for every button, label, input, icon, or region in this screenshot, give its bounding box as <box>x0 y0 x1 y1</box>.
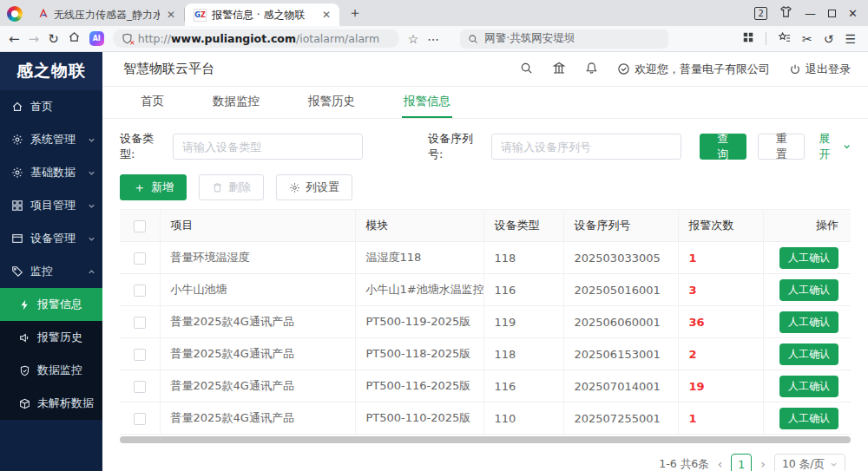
toolbar-search-box[interactable]: 网警·共筑网安堤坝 <box>460 29 668 49</box>
row-checkbox[interactable] <box>134 252 146 265</box>
table-row: 普量2025款4G通讯产品 PT500-119-2025版 119 202506… <box>120 306 851 338</box>
new-tab-button[interactable]: ＋ <box>339 4 371 26</box>
row-checkbox[interactable] <box>134 381 146 393</box>
table-row: 普量2025款4G通讯产品 PT500-116-2025版 116 202507… <box>120 370 851 402</box>
sidebar-item-alarm-history[interactable]: 报警历史 <box>0 321 102 354</box>
header-actions: 欢迎您，普量电子有限公司 退出登录 <box>520 61 851 77</box>
speaker-icon <box>19 332 30 343</box>
search-button[interactable]: 查询 <box>700 134 746 160</box>
theme-shirt-icon[interactable] <box>779 5 792 21</box>
page-size-select[interactable]: 10 条/页 <box>774 454 845 471</box>
sidebar-item-monitor[interactable]: 监控 <box>0 255 102 288</box>
cell-serial: 202507014001 <box>563 370 678 402</box>
sidebar-item-alarm-info[interactable]: 报警信息 <box>0 288 102 321</box>
ai-assistant-icon[interactable]: AI <box>89 31 104 46</box>
tab-data-monitor[interactable]: 数据监控 <box>211 87 261 118</box>
site-security-shield-icon[interactable]: ✕ <box>122 33 133 44</box>
manual-confirm-button[interactable]: 人工确认 <box>779 279 838 301</box>
browser-logo-icon[interactable] <box>7 6 23 22</box>
minimize-button[interactable]: — <box>805 7 816 20</box>
screenshot-scissors-icon[interactable]: ✂ <box>802 32 812 46</box>
address-bar[interactable]: ✕ http://www.puliangiot.com/iotalarm/ala… <box>113 29 399 48</box>
cell-alarm-count: 2 <box>678 338 763 370</box>
sidebar-item-data-monitor[interactable]: 数据监控 <box>0 354 102 387</box>
chevron-down-icon <box>88 136 95 144</box>
favorites-manager-icon[interactable] <box>778 31 791 47</box>
reload-icon[interactable]: ↻ <box>48 31 59 47</box>
prev-page-icon[interactable]: ‹ <box>718 457 723 471</box>
back-icon[interactable]: ← <box>9 31 20 47</box>
select-all-checkbox[interactable] <box>134 220 146 232</box>
manual-confirm-button[interactable]: 人工确认 <box>779 408 838 429</box>
app-header: 智慧物联云平台 欢迎您，普量电子有限公司 <box>102 52 868 87</box>
url-scheme: http:// <box>138 32 171 45</box>
row-checkbox[interactable] <box>134 317 146 329</box>
manual-confirm-button[interactable]: 人工确认 <box>779 376 838 397</box>
gear-icon <box>11 134 23 146</box>
sidebar-item-label: 报警历史 <box>37 330 95 345</box>
tab-alarm-info[interactable]: 报警信息 <box>402 87 452 118</box>
plus-icon: ＋ <box>133 180 146 196</box>
sidebar-item-home[interactable]: 首页 <box>0 90 102 123</box>
expand-link[interactable]: 展开 <box>819 131 851 162</box>
delete-button[interactable]: 删除 <box>199 174 264 200</box>
tab1-title: 无线压力传感器_静力水准仪_ <box>54 8 160 23</box>
browser-tab-2-active[interactable]: GZ 报警信息 · 感之物联 ✕ <box>185 3 339 26</box>
row-checkbox[interactable] <box>134 285 146 297</box>
cell-project: 小牛山池塘 <box>160 274 355 306</box>
cell-project: 普量2025款4G通讯产品 <box>160 370 355 402</box>
toolbar-divider <box>766 32 766 45</box>
sidebar-item-device[interactable]: 设备管理 <box>0 222 102 255</box>
bookmark-star-icon[interactable]: ☆ <box>408 32 419 46</box>
sidebar: 感之物联 首页 系统管理 基础数据 项目管理 设 <box>0 52 102 471</box>
home-icon[interactable] <box>68 30 81 47</box>
more-options-icon[interactable]: ⋯ <box>427 32 439 46</box>
manual-confirm-button[interactable]: 人工确认 <box>779 311 838 333</box>
tab-home[interactable]: 首页 <box>139 87 166 118</box>
column-settings-button[interactable]: 列设置 <box>276 174 352 200</box>
sidebar-item-label: 首页 <box>30 99 95 114</box>
add-button[interactable]: ＋新增 <box>120 174 187 200</box>
manual-confirm-button[interactable]: 人工确认 <box>779 343 838 365</box>
browser-tab-1[interactable]: 无线压力传感器_静力水准仪_ ✕ <box>30 3 184 26</box>
cell-device-type: 118 <box>483 338 563 370</box>
device-type-input[interactable] <box>173 134 363 160</box>
sidebar-item-system[interactable]: 系统管理 <box>0 123 102 156</box>
tab-alarm-history[interactable]: 报警历史 <box>306 87 357 118</box>
logout-button[interactable]: 退出登录 <box>789 62 851 77</box>
page-tabs: 首页 数据监控 报警历史 报警信息 <box>102 87 868 119</box>
chevron-down-icon <box>88 235 95 243</box>
header-search-icon[interactable] <box>520 62 533 77</box>
search-icon <box>468 34 478 44</box>
tab-count-badge[interactable]: 2 <box>754 7 767 20</box>
maximize-button[interactable] <box>828 10 836 17</box>
notifications-bell-icon[interactable] <box>585 62 598 77</box>
gear-icon <box>11 167 23 179</box>
alarm-panel: 设备类型: 设备序列号: 查询 重置 展开 ＋新增 <box>102 119 868 471</box>
forward-icon[interactable]: → <box>29 31 40 47</box>
row-checkbox[interactable] <box>134 349 146 361</box>
tab1-close-icon[interactable]: ✕ <box>165 9 177 21</box>
menu-hamburger-icon[interactable]: ☰ <box>845 32 856 46</box>
welcome-user[interactable]: 欢迎您，普量电子有限公司 <box>617 62 770 77</box>
organization-building-icon[interactable] <box>552 61 566 77</box>
sidebar-item-project[interactable]: 项目管理 <box>0 189 102 222</box>
sidebar-item-unparsed-data[interactable]: 未解析数据 <box>0 387 102 420</box>
next-page-icon[interactable]: › <box>760 457 766 471</box>
chevron-down-icon <box>88 169 95 177</box>
serial-input[interactable] <box>491 134 681 160</box>
current-page-button[interactable]: 1 <box>731 454 752 471</box>
close-window-button[interactable]: ✕ <box>848 7 858 20</box>
reset-button[interactable]: 重置 <box>758 134 805 160</box>
manual-confirm-button[interactable]: 人工确认 <box>779 247 838 269</box>
col-module: 模块 <box>355 210 483 242</box>
apps-grid-icon[interactable] <box>742 31 754 46</box>
chevron-up-icon <box>88 268 95 276</box>
insecure-x-icon: ✕ <box>129 39 135 47</box>
row-checkbox[interactable] <box>134 413 146 425</box>
logout-label: 退出登录 <box>806 62 851 77</box>
sidebar-item-basedata[interactable]: 基础数据 <box>0 156 102 189</box>
undo-history-icon[interactable]: ↺ <box>824 32 834 46</box>
horizontal-scrollbar[interactable] <box>120 436 851 443</box>
tab2-close-icon[interactable]: ✕ <box>320 9 332 21</box>
